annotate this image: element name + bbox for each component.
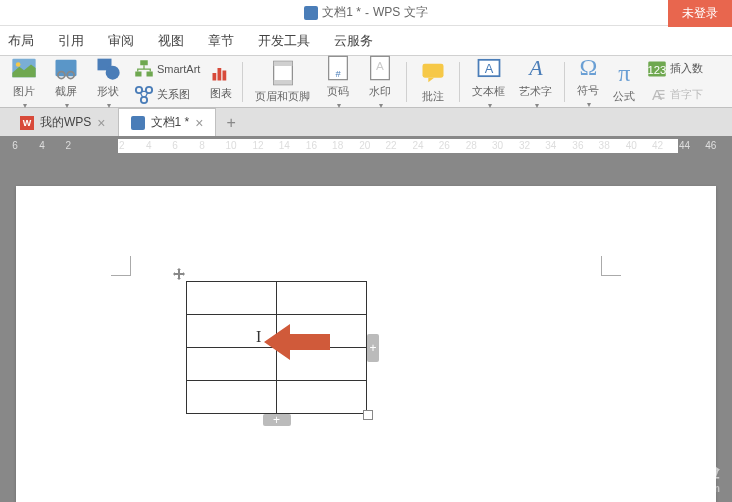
- table-cell[interactable]: [187, 315, 277, 348]
- menu-review[interactable]: 审阅: [108, 32, 134, 50]
- svg-text:#: #: [336, 69, 342, 79]
- number-icon: 123: [647, 59, 667, 79]
- menu-devtools[interactable]: 开发工具: [258, 32, 310, 50]
- table-cell[interactable]: [277, 381, 367, 414]
- window-title: 文档1 * - WPS 文字: [304, 4, 427, 21]
- ruler-tick: 28: [466, 140, 477, 151]
- insert-number-button[interactable]: 123 插入数: [643, 57, 707, 81]
- chevron-down-icon: ▾: [587, 100, 591, 109]
- login-button[interactable]: 未登录: [668, 0, 732, 27]
- comment-icon: [419, 59, 447, 87]
- picture-button[interactable]: 图片▾: [4, 52, 44, 112]
- screenshot-button[interactable]: 截屏▾: [46, 52, 86, 112]
- wordart-icon: A: [522, 54, 550, 82]
- ruler-tick: 34: [545, 140, 556, 151]
- insertnum-label: 插入数: [670, 61, 703, 76]
- menu-reference[interactable]: 引用: [58, 32, 84, 50]
- margin-marker-tl: [111, 256, 131, 276]
- close-icon[interactable]: ×: [97, 115, 105, 131]
- first-char-button[interactable]: A 首字下: [643, 83, 707, 107]
- svg-rect-13: [213, 73, 217, 81]
- menu-cloud[interactable]: 云服务: [334, 32, 373, 50]
- resize-handle[interactable]: [363, 410, 373, 420]
- ruler-tick: 40: [626, 140, 637, 151]
- table-cell[interactable]: [277, 315, 367, 348]
- header-footer-label: 页眉和页脚: [255, 89, 310, 104]
- add-row-button[interactable]: +: [263, 414, 291, 426]
- table-cell[interactable]: [187, 282, 277, 315]
- ruler-tick: 26: [439, 140, 450, 151]
- ruler-tick: 10: [226, 140, 237, 151]
- shape-button[interactable]: 形状▾: [88, 52, 128, 112]
- table-row[interactable]: [187, 381, 367, 414]
- svg-rect-30: [659, 93, 665, 94]
- chart-label: 图表: [210, 86, 232, 101]
- relation-button[interactable]: 关系图: [130, 83, 204, 107]
- ribbon-toolbar: 图片▾ 截屏▾ 形状▾ SmartArt 关系图 图表 页眉和页脚 # 页码▾ …: [0, 56, 732, 108]
- omega-icon: Ω: [579, 54, 597, 81]
- watermark-icon: A: [366, 54, 394, 82]
- table-row[interactable]: [187, 348, 367, 381]
- watermark-button[interactable]: A 水印▾: [360, 52, 400, 112]
- chevron-down-icon: ▾: [535, 101, 539, 110]
- table-cell[interactable]: [187, 348, 277, 381]
- ruler-tick: 16: [306, 140, 317, 151]
- menu-layout[interactable]: 布局: [8, 32, 34, 50]
- smartart-button[interactable]: SmartArt: [130, 57, 204, 81]
- tab-wps-home[interactable]: W 我的WPS ×: [8, 109, 118, 136]
- relation-label: 关系图: [157, 87, 190, 102]
- ruler-tick: 36: [572, 140, 583, 151]
- table-row[interactable]: [187, 315, 367, 348]
- svg-rect-23: [423, 64, 444, 78]
- page-number-icon: #: [324, 54, 352, 82]
- doc-icon: [131, 116, 145, 130]
- ruler-tick: 4: [39, 140, 45, 151]
- textbox-button[interactable]: A 文本框▾: [466, 52, 511, 112]
- tab-doc1[interactable]: 文档1 * ×: [118, 108, 217, 136]
- margin-marker-tr: [601, 256, 621, 276]
- shapes-icon: [94, 54, 122, 82]
- ruler-tick: 30: [492, 140, 503, 151]
- page-number-button[interactable]: # 页码▾: [318, 52, 358, 112]
- annotation-label: 批注: [422, 89, 444, 104]
- ruler-tick: 22: [385, 140, 396, 151]
- bar-chart-icon: [210, 63, 230, 83]
- toolbar-divider: [459, 62, 460, 102]
- chart-button[interactable]: 图表: [206, 61, 236, 103]
- title-bar: 文档1 * - WPS 文字 未登录: [0, 0, 732, 26]
- menu-section[interactable]: 章节: [208, 32, 234, 50]
- symbol-button[interactable]: Ω 符号▾: [571, 52, 605, 111]
- annotation-button[interactable]: 批注: [413, 57, 453, 106]
- page[interactable]: + + I: [16, 186, 716, 502]
- menu-view[interactable]: 视图: [158, 32, 184, 50]
- scissors-icon: [52, 54, 80, 82]
- wps-icon: W: [20, 116, 34, 130]
- table-cell[interactable]: [277, 348, 367, 381]
- formula-button[interactable]: π 公式: [607, 58, 641, 106]
- table-cell[interactable]: [187, 381, 277, 414]
- smartart-label: SmartArt: [157, 63, 200, 75]
- wordart-button[interactable]: A 艺术字▾: [513, 52, 558, 112]
- add-tab-button[interactable]: +: [216, 110, 245, 136]
- close-icon[interactable]: ×: [195, 115, 203, 131]
- document-tab-bar: W 我的WPS × 文档1 * × +: [0, 108, 732, 136]
- svg-rect-9: [147, 71, 153, 76]
- svg-point-11: [146, 86, 152, 92]
- firstchar-label: 首字下: [670, 87, 703, 102]
- table-cell[interactable]: [277, 282, 367, 315]
- watermark-main: Baidu经验: [632, 459, 720, 483]
- watermark: Baidu经验 jingyan.baidu.com: [632, 459, 720, 494]
- relation-icon: [134, 85, 154, 105]
- toolbar-divider: [242, 62, 243, 102]
- screenshot-label: 截屏: [55, 84, 77, 99]
- toolbar-divider: [564, 62, 565, 102]
- doc-icon: [304, 6, 318, 20]
- hierarchy-icon: [134, 59, 154, 79]
- header-footer-button[interactable]: 页眉和页脚: [249, 57, 316, 106]
- ruler-tick: 8: [199, 140, 205, 151]
- add-column-button[interactable]: +: [367, 334, 379, 362]
- table-row[interactable]: [187, 282, 367, 315]
- move-handle-icon[interactable]: [172, 267, 186, 281]
- horizontal-ruler[interactable]: 6422468101214161820222426283032343638404…: [0, 136, 732, 156]
- data-table[interactable]: [186, 281, 367, 414]
